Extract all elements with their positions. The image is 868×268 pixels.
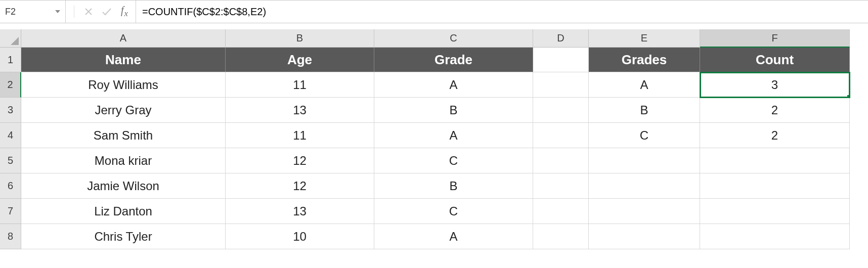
cell-D5[interactable] (533, 148, 589, 173)
formula-bar: F2 fx (0, 0, 868, 23)
cell-A7[interactable]: Liz Danton (21, 199, 226, 224)
col-header-B[interactable]: B (226, 29, 374, 48)
cell-B5[interactable]: 12 (226, 148, 374, 173)
cell-A5[interactable]: Mona kriar (21, 148, 226, 173)
cell-E4[interactable]: C (589, 123, 700, 148)
cell-A3[interactable]: Jerry Gray (21, 98, 226, 123)
row-header-5[interactable]: 5 (0, 148, 21, 173)
row-header-4[interactable]: 4 (0, 123, 21, 148)
cell-F4[interactable]: 2 (700, 123, 850, 148)
row-header-3[interactable]: 3 (0, 98, 21, 123)
cell-D8[interactable] (533, 224, 589, 249)
cell-B2[interactable]: 11 (226, 72, 374, 98)
cell-D3[interactable] (533, 98, 589, 123)
col-header-E[interactable]: E (589, 29, 700, 48)
row-header-6[interactable]: 6 (0, 173, 21, 199)
formula-input[interactable] (136, 1, 868, 23)
cell-E2[interactable]: A (589, 72, 700, 98)
cell-D6[interactable] (533, 173, 589, 199)
cell-B1[interactable]: Age (226, 48, 374, 72)
cell-D1[interactable] (533, 48, 589, 72)
cell-E6[interactable] (589, 173, 700, 199)
cell-B4[interactable]: 11 (226, 123, 374, 148)
cell-F1[interactable]: Count (700, 48, 850, 72)
name-box[interactable]: F2 (0, 1, 66, 23)
chevron-down-icon[interactable] (55, 10, 60, 13)
name-box-value: F2 (5, 7, 16, 17)
col-header-D[interactable]: D (533, 29, 589, 48)
row-header-8[interactable]: 8 (0, 224, 21, 249)
cell-F2[interactable]: 3 (700, 72, 850, 98)
cell-A4[interactable]: Sam Smith (21, 123, 226, 148)
cell-E5[interactable] (589, 148, 700, 173)
col-header-C[interactable]: C (374, 29, 533, 48)
cell-D2[interactable] (533, 72, 589, 98)
cell-C6[interactable]: B (374, 173, 533, 199)
cell-F6[interactable] (700, 173, 850, 199)
cell-A6[interactable]: Jamie Wilson (21, 173, 226, 199)
cell-B7[interactable]: 13 (226, 199, 374, 224)
cell-E7[interactable] (589, 199, 700, 224)
cell-E1[interactable]: Grades (589, 48, 700, 72)
cell-C4[interactable]: A (374, 123, 533, 148)
spreadsheet-grid[interactable]: A B C D E F 1 Name Age Grade Grades Coun… (0, 29, 868, 249)
cell-C5[interactable]: C (374, 148, 533, 173)
cell-A1[interactable]: Name (21, 48, 226, 72)
cell-B3[interactable]: 13 (226, 98, 374, 123)
cell-E3[interactable]: B (589, 98, 700, 123)
cancel-icon[interactable] (84, 8, 93, 16)
cell-D4[interactable] (533, 123, 589, 148)
formula-bar-controls: fx (66, 1, 136, 23)
cell-C3[interactable]: B (374, 98, 533, 123)
cell-F7[interactable] (700, 199, 850, 224)
cell-F3[interactable]: 2 (700, 98, 850, 123)
separator (74, 6, 74, 18)
cell-B8[interactable]: 10 (226, 224, 374, 249)
cell-A8[interactable]: Chris Tyler (21, 224, 226, 249)
insert-function-icon[interactable]: fx (121, 5, 128, 19)
cell-D7[interactable] (533, 199, 589, 224)
enter-icon[interactable] (102, 8, 112, 16)
cell-C8[interactable]: A (374, 224, 533, 249)
cell-A2[interactable]: Roy Williams (21, 72, 226, 98)
cell-C1[interactable]: Grade (374, 48, 533, 72)
cell-C2[interactable]: A (374, 72, 533, 98)
row-header-1[interactable]: 1 (0, 48, 21, 72)
row-header-2[interactable]: 2 (0, 72, 21, 98)
cell-C7[interactable]: C (374, 199, 533, 224)
cell-F8[interactable] (700, 224, 850, 249)
col-header-F[interactable]: F (700, 29, 850, 48)
cell-E8[interactable] (589, 224, 700, 249)
cell-F5[interactable] (700, 148, 850, 173)
row-header-7[interactable]: 7 (0, 199, 21, 224)
cell-B6[interactable]: 12 (226, 173, 374, 199)
col-header-A[interactable]: A (21, 29, 226, 48)
select-all-corner[interactable] (0, 29, 21, 48)
